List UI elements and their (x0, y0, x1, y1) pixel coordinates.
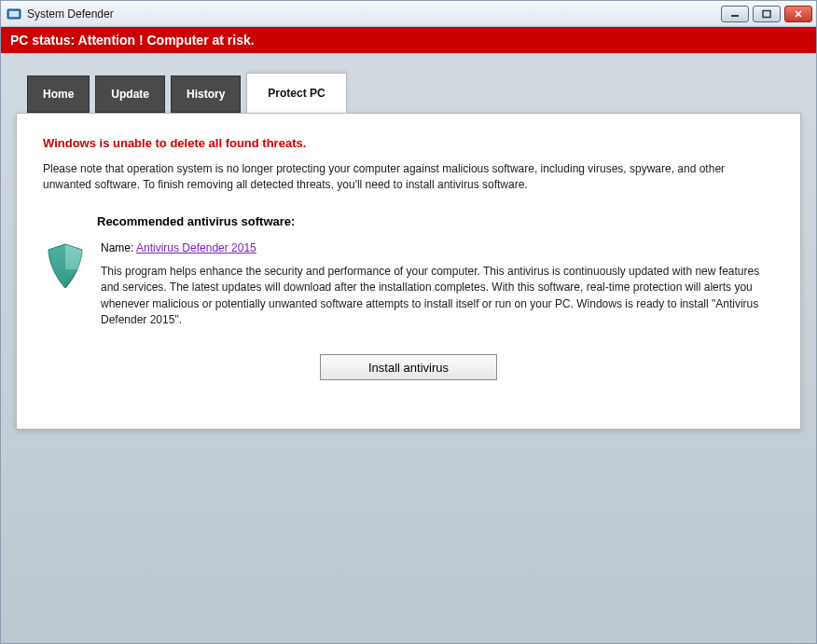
maximize-button[interactable] (753, 6, 781, 22)
close-button[interactable] (784, 6, 812, 22)
close-icon (793, 9, 804, 19)
window-controls (721, 6, 812, 22)
product-name-line: Name: Antivirus Defender 2015 (101, 241, 774, 254)
tab-history[interactable]: History (171, 75, 241, 113)
name-label: Name: (101, 241, 136, 254)
minimize-button[interactable] (721, 6, 749, 22)
tab-home[interactable]: Home (27, 75, 90, 113)
svg-rect-2 (731, 15, 739, 17)
minimize-icon (729, 9, 741, 19)
product-description: This program helps enhance the security … (101, 264, 774, 329)
recommendation-row: Name: Antivirus Defender 2015 This progr… (43, 241, 774, 329)
status-alert-bar: PC status: Attention ! Computer at risk. (1, 27, 816, 53)
recommendation-body: Name: Antivirus Defender 2015 This progr… (101, 241, 774, 329)
svg-rect-1 (9, 11, 19, 17)
threat-note: Please note that operation system is no … (43, 161, 774, 194)
titlebar: System Defender (1, 1, 816, 27)
install-antivirus-button[interactable]: Install antivirus (320, 354, 497, 380)
shield-icon (43, 241, 88, 296)
threat-heading: Windows is unable to delete all found th… (43, 136, 774, 150)
app-window: System Defender PC status: Attention (0, 0, 817, 644)
window-title: System Defender (27, 7, 114, 21)
body-area: Home Update History Protect PC Windows i… (1, 53, 816, 643)
tab-protect-pc[interactable]: Protect PC (246, 73, 346, 114)
app-icon (7, 7, 21, 21)
recommended-heading: Recommended antivirus software: (97, 214, 774, 228)
maximize-icon (761, 9, 772, 19)
status-alert-text: PC status: Attention ! Computer at risk. (10, 33, 255, 48)
svg-rect-3 (763, 10, 770, 17)
install-button-wrap: Install antivirus (43, 354, 774, 380)
content-panel: Windows is unable to delete all found th… (16, 113, 801, 430)
tab-update[interactable]: Update (95, 75, 165, 113)
product-link[interactable]: Antivirus Defender 2015 (136, 241, 256, 254)
tab-strip: Home Update History Protect PC (27, 72, 801, 113)
